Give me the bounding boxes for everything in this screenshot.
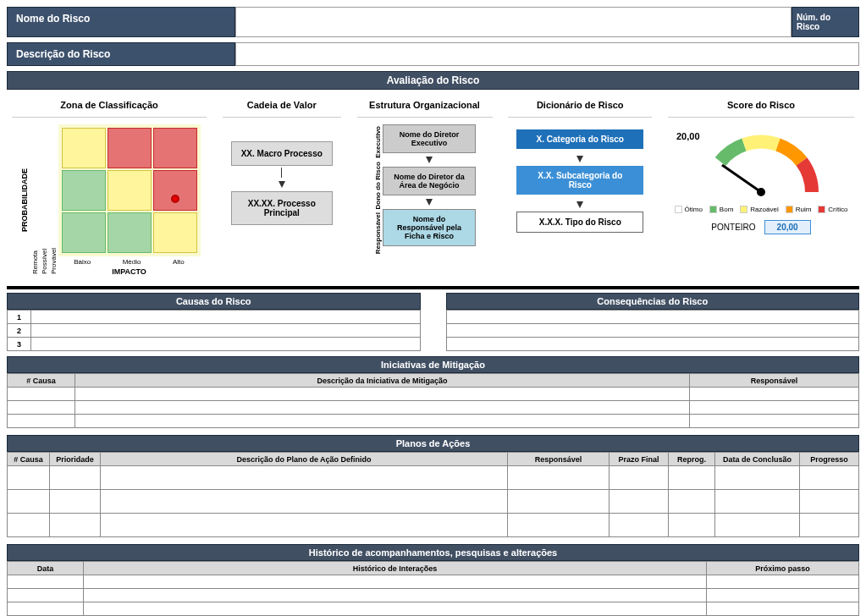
nome-risco-label: Nome do Risco xyxy=(7,7,235,37)
matrix-cell xyxy=(62,212,106,253)
matrix-body: Baixo Médio Alto IMPACTO xyxy=(58,124,201,276)
dict-box-subcategoria: X.X. Subcategoria do Risco xyxy=(516,166,643,195)
causas-table: 1 2 3 xyxy=(7,310,421,351)
table-row xyxy=(8,575,859,589)
mitigacao-section: Iniciativas de Mitigação # Causa Descriç… xyxy=(7,356,859,428)
score-col: Score do Risco 20,00 Ótimo Bom Razoável … xyxy=(668,96,854,276)
org-box-dono: Nome do Diretor da Área de Negócio xyxy=(383,167,476,195)
dicionario-col: Dicionário de Risco X. Categoria do Risc… xyxy=(508,96,652,276)
arrow-line-icon xyxy=(281,168,282,178)
table-row xyxy=(8,388,859,401)
conseq-cell[interactable] xyxy=(446,311,859,324)
matrix-cell xyxy=(108,212,152,253)
gauge-legend: Ótimo Bom Razoável Ruim Crítico xyxy=(675,206,848,213)
table-row xyxy=(8,401,859,415)
org-box-executivo: Nome do Diretor Executivo xyxy=(383,124,476,153)
gauge-value: 20,00 xyxy=(676,131,700,141)
mitigacao-title: Iniciativas de Mitigação xyxy=(7,356,859,373)
table-row xyxy=(446,324,859,338)
cadeia-title: Cadeia de Valor xyxy=(223,96,341,118)
matrix-yticks: Remota Possível Provável xyxy=(30,124,58,276)
conseq-block: Consequências do Risco xyxy=(446,293,860,351)
causa-cell[interactable] xyxy=(31,311,421,324)
desc-risco-label: Descrição do Risco xyxy=(7,42,235,66)
dict-box-categoria: X. Categoria do Risco xyxy=(516,129,643,149)
arrow-down-icon xyxy=(426,157,433,163)
matrix-cell xyxy=(108,170,152,211)
matrix-cell xyxy=(153,128,197,168)
avaliacao-title: Avaliação do Risco xyxy=(7,71,859,90)
num-risco-label: Núm. do Risco xyxy=(792,7,859,37)
score-title: Score do Risco xyxy=(668,96,854,118)
conseq-cell[interactable] xyxy=(446,324,859,338)
historico-section: Histórico de acompanhamentos, pesquisas … xyxy=(7,544,859,616)
matrix-ylabel: PROBABILIDADE xyxy=(19,124,30,276)
table-row xyxy=(446,311,859,324)
mitigacao-table: # Causa Descrição da Iniciativa de Mitig… xyxy=(7,373,859,428)
risk-dot-icon xyxy=(171,195,179,203)
table-row xyxy=(8,466,859,490)
cadeia-box1: XX. Macro Processo xyxy=(231,141,333,166)
matrix-cell xyxy=(108,128,152,168)
nome-risco-field[interactable] xyxy=(235,7,792,37)
conseq-title: Consequências do Risco xyxy=(446,293,860,310)
org-box-responsavel: Nome do Responsável pela Ficha e Risco xyxy=(383,209,476,246)
table-row xyxy=(8,415,859,428)
divider xyxy=(7,286,859,289)
matrix-xticks: Baixo Médio Alto xyxy=(58,256,201,266)
causas-title: Causas do Risco xyxy=(7,293,421,310)
causas-block: Causas do Risco 1 2 3 xyxy=(7,293,421,351)
header-row-desc: Descrição do Risco xyxy=(7,42,859,66)
planos-section: Planos de Ações # Causa Prioridade Descr… xyxy=(7,435,859,537)
header-row-nome: Nome do Risco Núm. do Risco xyxy=(7,7,859,37)
causa-cell[interactable] xyxy=(31,324,421,338)
svg-point-1 xyxy=(757,188,765,196)
avaliacao-row: Zona de Classificação PROBABILIDADE Remo… xyxy=(7,93,859,283)
causa-cell[interactable] xyxy=(31,338,421,351)
org-boxes: Nome do Diretor Executivo Nome do Direto… xyxy=(383,124,476,256)
zona-title: Zona de Classificação xyxy=(12,96,207,118)
table-row xyxy=(8,514,859,537)
matrix-cell xyxy=(153,170,197,211)
planos-table: # Causa Prioridade Descrição do Plano de… xyxy=(7,452,859,537)
matrix-cell xyxy=(62,170,106,211)
cadeia-col: Cadeia de Valor XX. Macro Processo XX.XX… xyxy=(223,96,341,276)
matrix-xlabel: IMPACTO xyxy=(58,266,201,276)
table-row: 1 xyxy=(8,311,421,324)
table-row xyxy=(8,602,859,616)
matrix-cell xyxy=(62,128,106,168)
historico-table: Data Histórico de Interações Próximo pas… xyxy=(7,561,859,616)
ponteiro-row: PONTEIRO 20,00 xyxy=(711,220,810,234)
dict-box-tipo: X.X.X. Tipo do Risco xyxy=(516,212,643,233)
table-row: 3 xyxy=(8,338,421,351)
table-row xyxy=(8,589,859,602)
table-row xyxy=(446,338,859,351)
causas-conseq-row: Causas do Risco 1 2 3 Consequências do R… xyxy=(7,293,859,351)
ponteiro-label: PONTEIRO xyxy=(711,223,755,232)
desc-risco-field[interactable] xyxy=(235,42,859,66)
arrow-down-icon xyxy=(576,201,583,208)
org-side-labels: Executivo Dono do Risco Responsável xyxy=(373,124,383,256)
table-row xyxy=(8,490,859,514)
estrutura-title: Estrutura Organizacional xyxy=(357,96,493,118)
conseq-cell[interactable] xyxy=(446,338,859,351)
table-row: 2 xyxy=(8,324,421,338)
gauge-icon xyxy=(685,124,837,201)
ponteiro-value: 20,00 xyxy=(764,220,811,234)
estrutura-col: Estrutura Organizacional Executivo Dono … xyxy=(357,96,493,276)
arrow-down-icon xyxy=(576,156,583,162)
cadeia-box2: XX.XX. Processo Principal xyxy=(231,191,333,225)
matrix-cell xyxy=(153,212,197,253)
arrow-down-icon xyxy=(426,199,433,206)
arrow-down-icon xyxy=(279,181,285,188)
dicionario-title: Dicionário de Risco xyxy=(508,96,652,118)
conseq-table xyxy=(446,310,860,351)
zona-col: Zona de Classificação PROBABILIDADE Remo… xyxy=(12,96,207,276)
historico-title: Histórico de acompanhamentos, pesquisas … xyxy=(7,544,859,561)
svg-line-0 xyxy=(722,165,761,192)
gauge-chart: 20,00 xyxy=(685,124,837,201)
planos-title: Planos de Ações xyxy=(7,435,859,452)
risk-matrix: PROBABILIDADE Remota Possível Provável xyxy=(19,124,201,276)
